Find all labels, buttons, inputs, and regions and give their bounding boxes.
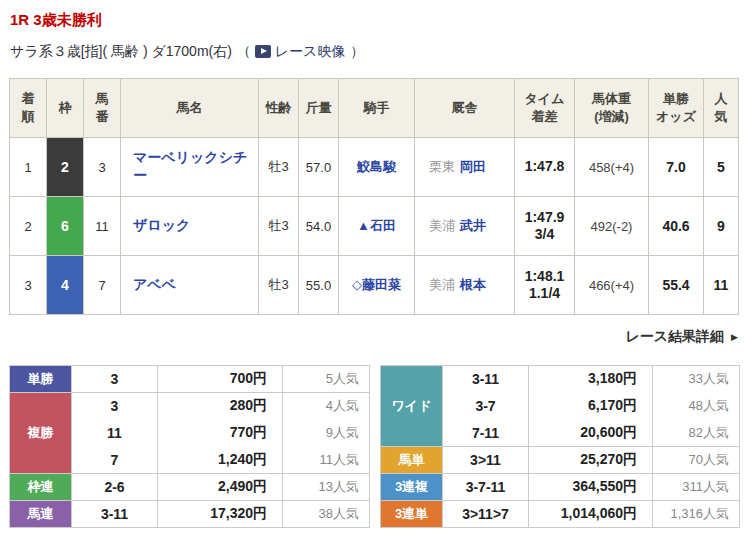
bet-type-label: ワイド bbox=[381, 366, 443, 447]
payout-amount: 280円 bbox=[158, 393, 283, 420]
bet-type-label: 3連単 bbox=[381, 501, 443, 528]
payout-block-quinella: 馬連 3-11 17,320円 38人気 bbox=[10, 501, 370, 528]
payout-amount: 770円 bbox=[158, 420, 283, 447]
payout-selection: 3-7-11 bbox=[443, 474, 529, 501]
popularity: 5 bbox=[704, 138, 739, 197]
jockey-cell: ◇藤田菜 bbox=[339, 256, 415, 315]
col-header-finish: 着 順 bbox=[10, 79, 47, 138]
payout-selection: 3>11 bbox=[443, 447, 529, 474]
payout-amount: 2,490円 bbox=[158, 474, 283, 501]
trainer-link[interactable]: 岡田 bbox=[460, 159, 486, 174]
finish-position: 3 bbox=[10, 256, 47, 315]
trainer-link[interactable]: 武井 bbox=[460, 218, 486, 233]
payout-popularity: 5人気 bbox=[283, 366, 370, 393]
col-header-stable: 厩舎 bbox=[415, 79, 515, 138]
payout-amount: 700円 bbox=[158, 366, 283, 393]
payout-block-place: 複勝 3 280円 4人気 11 770円 9人気 7 1,240円 11人気 bbox=[10, 393, 370, 474]
payout-row: 単勝 3 700円 5人気 bbox=[10, 366, 370, 393]
payout-selection: 3-11 bbox=[72, 501, 158, 528]
payout-row: 馬連 3-11 17,320円 38人気 bbox=[10, 501, 370, 528]
payout-popularity: 9人気 bbox=[283, 420, 370, 447]
result-row: 1 2 3 マーベリックシチー 牡3 57.0 鮫島駿 栗東岡田 1:47.8 … bbox=[10, 138, 739, 197]
horse-weight: 492(-2) bbox=[575, 197, 649, 256]
payout-row: 馬単 3>11 25,270円 70人気 bbox=[381, 447, 740, 474]
sex-age: 牡3 bbox=[259, 256, 299, 315]
stable-region: 美浦 bbox=[429, 218, 455, 233]
popularity: 9 bbox=[704, 197, 739, 256]
horse-name-cell: マーベリックシチー bbox=[121, 138, 259, 197]
payout-block-trifecta: 3連単 3>11>7 1,014,060円 1,316人気 bbox=[381, 501, 740, 528]
carried-weight: 54.0 bbox=[299, 197, 339, 256]
payout-amount: 17,320円 bbox=[158, 501, 283, 528]
bet-type-label: 馬連 bbox=[10, 501, 72, 528]
payout-selection: 7 bbox=[72, 447, 158, 474]
payout-selection: 11 bbox=[72, 420, 158, 447]
payout-popularity: 33人気 bbox=[653, 366, 740, 393]
payout-block-bracket-quinella: 枠連 2-6 2,490円 13人気 bbox=[10, 474, 370, 501]
trainer-link[interactable]: 根本 bbox=[460, 277, 486, 292]
payout-amount: 1,240円 bbox=[158, 447, 283, 474]
horse-number: 3 bbox=[84, 138, 121, 197]
race-conditions: サラ系３歳[指]( 馬齢 ) ダ1700m(右) （レース映像 ） bbox=[10, 43, 737, 61]
sex-age: 牡3 bbox=[259, 138, 299, 197]
frame-number-badge: 2 bbox=[47, 138, 84, 197]
horse-name-link[interactable]: マーベリックシチー bbox=[133, 149, 247, 183]
horse-weight: 466(+4) bbox=[575, 256, 649, 315]
col-header-horse: 馬名 bbox=[121, 79, 259, 138]
payout-popularity: 11人気 bbox=[283, 447, 370, 474]
payout-popularity: 70人気 bbox=[653, 447, 740, 474]
horse-number: 11 bbox=[84, 197, 121, 256]
race-results-table: 着 順 枠 馬 番 馬名 性齢 斤量 騎手 厩舎 タイム 着差 馬体重 (増減)… bbox=[9, 78, 739, 315]
sex-age: 牡3 bbox=[259, 197, 299, 256]
results-header-row: 着 順 枠 馬 番 馬名 性齢 斤量 騎手 厩舎 タイム 着差 馬体重 (増減)… bbox=[10, 79, 739, 138]
win-odds: 7.0 bbox=[649, 138, 704, 197]
col-header-horseweight: 馬体重 (増減) bbox=[575, 79, 649, 138]
page-title: 1R 3歳未勝利 bbox=[10, 11, 737, 30]
payout-popularity: 311人気 bbox=[653, 474, 740, 501]
stable-cell: 栗東岡田 bbox=[415, 138, 515, 197]
jockey-link[interactable]: 鮫島駿 bbox=[357, 159, 396, 174]
finish-position: 2 bbox=[10, 197, 47, 256]
carried-weight: 55.0 bbox=[299, 256, 339, 315]
race-result-detail-link[interactable]: レース結果詳細▶ bbox=[625, 328, 738, 344]
race-video-label: レース映像 bbox=[275, 43, 346, 59]
jockey-link[interactable]: ◇藤田菜 bbox=[352, 277, 401, 292]
chevron-right-icon: ▶ bbox=[731, 332, 738, 342]
payout-selection: 3-11 bbox=[443, 366, 529, 393]
payout-selection: 3 bbox=[72, 366, 158, 393]
payout-row: 枠連 2-6 2,490円 13人気 bbox=[10, 474, 370, 501]
payout-popularity: 4人気 bbox=[283, 393, 370, 420]
horse-name-cell: ザロック bbox=[121, 197, 259, 256]
col-header-time: タイム 着差 bbox=[515, 79, 575, 138]
result-row: 2 6 11 ザロック 牡3 54.0 ▲石田 美浦武井 1:47.9 3/4 … bbox=[10, 197, 739, 256]
frame-number-badge: 6 bbox=[47, 197, 84, 256]
bet-type-label: 単勝 bbox=[10, 366, 72, 393]
payout-popularity: 13人気 bbox=[283, 474, 370, 501]
time-margin: 1:48.1 1.1/4 bbox=[515, 256, 575, 315]
jockey-cell: ▲石田 bbox=[339, 197, 415, 256]
payout-row: ワイド 3-11 3,180円 33人気 bbox=[381, 366, 740, 393]
payout-row: 3連単 3>11>7 1,014,060円 1,316人気 bbox=[381, 501, 740, 528]
payout-row: 3連複 3-7-11 364,550円 311人気 bbox=[381, 474, 740, 501]
horse-name-cell: アベベ bbox=[121, 256, 259, 315]
col-header-number: 馬 番 bbox=[84, 79, 121, 138]
payout-block-win: 単勝 3 700円 5人気 bbox=[10, 366, 370, 393]
race-video-link[interactable]: レース映像 bbox=[252, 43, 346, 59]
horse-name-link[interactable]: アベベ bbox=[133, 276, 176, 292]
payout-block-trio: 3連複 3-7-11 364,550円 311人気 bbox=[381, 474, 740, 501]
race-result-detail-label: レース結果詳細 bbox=[625, 328, 724, 344]
paren-close: ） bbox=[350, 43, 364, 59]
payout-popularity: 38人気 bbox=[283, 501, 370, 528]
stable-cell: 美浦武井 bbox=[415, 197, 515, 256]
jockey-link[interactable]: ▲石田 bbox=[357, 218, 396, 233]
race-result-page: 1R 3歳未勝利 サラ系３歳[指]( 馬齢 ) ダ1700m(右) （レース映像… bbox=[0, 0, 745, 528]
payout-popularity: 1,316人気 bbox=[653, 501, 740, 528]
stable-cell: 美浦根本 bbox=[415, 256, 515, 315]
horse-number: 7 bbox=[84, 256, 121, 315]
payout-selection: 3 bbox=[72, 393, 158, 420]
result-row: 3 4 7 アベベ 牡3 55.0 ◇藤田菜 美浦根本 1:48.1 1.1/4… bbox=[10, 256, 739, 315]
payout-popularity: 82人気 bbox=[653, 420, 740, 447]
payout-selection: 7-11 bbox=[443, 420, 529, 447]
horse-name-link[interactable]: ザロック bbox=[133, 217, 190, 233]
video-play-icon bbox=[255, 45, 271, 58]
